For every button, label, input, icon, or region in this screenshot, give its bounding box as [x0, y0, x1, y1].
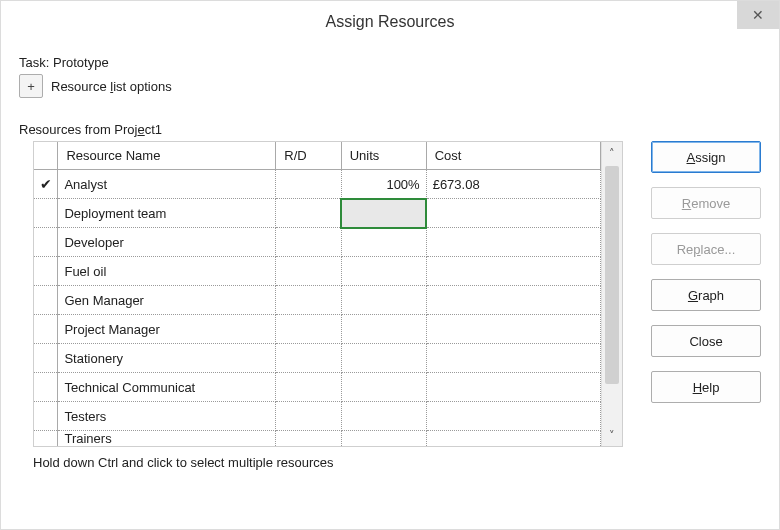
- cell-units[interactable]: [341, 344, 426, 373]
- titlebar: Assign Resources ✕: [1, 1, 779, 43]
- table-row[interactable]: Developer: [34, 228, 601, 257]
- cell-rd[interactable]: [276, 170, 341, 199]
- col-header-rd[interactable]: R/D: [276, 142, 341, 170]
- cell-units[interactable]: [341, 199, 426, 228]
- cell-resource-name[interactable]: Technical Communicat: [58, 373, 276, 402]
- cell-rd[interactable]: [276, 286, 341, 315]
- cell-units[interactable]: [341, 228, 426, 257]
- cell-cost[interactable]: [426, 373, 600, 402]
- cell-cost[interactable]: [426, 286, 600, 315]
- cell-units[interactable]: 100%: [341, 170, 426, 199]
- table-row[interactable]: Trainers: [34, 431, 601, 447]
- col-header-name[interactable]: Resource Name: [58, 142, 276, 170]
- window-title: Assign Resources: [326, 13, 455, 31]
- cell-rd[interactable]: [276, 315, 341, 344]
- cell-resource-name[interactable]: Stationery: [58, 344, 276, 373]
- check-icon: ✔: [40, 177, 52, 191]
- cell-units[interactable]: [341, 431, 426, 447]
- table-row[interactable]: Deployment team: [34, 199, 601, 228]
- cell-units[interactable]: [341, 286, 426, 315]
- scroll-down-icon[interactable]: ˅: [602, 424, 622, 446]
- expand-options-button[interactable]: +: [19, 74, 43, 98]
- table-row[interactable]: Gen Manager: [34, 286, 601, 315]
- cell-rd[interactable]: [276, 373, 341, 402]
- scroll-thumb[interactable]: [605, 166, 619, 384]
- table-row[interactable]: Technical Communicat: [34, 373, 601, 402]
- cell-rd[interactable]: [276, 344, 341, 373]
- multiselect-hint: Hold down Ctrl and click to select multi…: [33, 455, 623, 470]
- cell-units[interactable]: [341, 373, 426, 402]
- cell-rd[interactable]: [276, 431, 341, 447]
- cell-rd[interactable]: [276, 199, 341, 228]
- cell-rd[interactable]: [276, 402, 341, 431]
- row-check-cell[interactable]: ✔: [34, 170, 58, 199]
- replace-button: Replace...: [651, 233, 761, 265]
- cell-rd[interactable]: [276, 228, 341, 257]
- graph-button[interactable]: Graph: [651, 279, 761, 311]
- row-check-cell[interactable]: [34, 373, 58, 402]
- cell-cost[interactable]: [426, 228, 600, 257]
- cell-cost[interactable]: [426, 315, 600, 344]
- cell-resource-name[interactable]: Deployment team: [58, 199, 276, 228]
- cell-units[interactable]: [341, 402, 426, 431]
- button-column: Assign Remove Replace... Graph Close Hel…: [651, 141, 761, 403]
- cell-cost[interactable]: [426, 257, 600, 286]
- row-check-cell[interactable]: [34, 228, 58, 257]
- cell-cost[interactable]: [426, 402, 600, 431]
- row-check-cell[interactable]: [34, 199, 58, 228]
- assign-resources-dialog: Assign Resources ✕ Task: Prototype + Res…: [0, 0, 780, 530]
- cell-units[interactable]: [341, 257, 426, 286]
- col-header-check[interactable]: [34, 142, 58, 170]
- remove-button: Remove: [651, 187, 761, 219]
- cell-rd[interactable]: [276, 257, 341, 286]
- row-check-cell[interactable]: [34, 402, 58, 431]
- cell-resource-name[interactable]: Gen Manager: [58, 286, 276, 315]
- task-label: Task: Prototype: [19, 55, 761, 70]
- dialog-content: Task: Prototype + Resource list options …: [1, 43, 779, 480]
- resource-list-options-row: + Resource list options: [19, 74, 761, 98]
- row-check-cell[interactable]: [34, 257, 58, 286]
- cell-resource-name[interactable]: Project Manager: [58, 315, 276, 344]
- table-header-row: Resource Name R/D Units Cost: [34, 142, 601, 170]
- cell-resource-name[interactable]: Testers: [58, 402, 276, 431]
- cell-resource-name[interactable]: Trainers: [58, 431, 276, 447]
- resource-list-options-label[interactable]: Resource list options: [51, 79, 172, 94]
- table-row[interactable]: Fuel oil: [34, 257, 601, 286]
- cell-cost[interactable]: [426, 199, 600, 228]
- plus-icon: +: [27, 79, 35, 94]
- cell-cost[interactable]: £673.08: [426, 170, 600, 199]
- col-header-cost[interactable]: Cost: [426, 142, 600, 170]
- cell-resource-name[interactable]: Fuel oil: [58, 257, 276, 286]
- table-row[interactable]: Testers: [34, 402, 601, 431]
- resource-table: Resource Name R/D Units Cost ✔Analyst100…: [34, 142, 601, 446]
- table-row[interactable]: Project Manager: [34, 315, 601, 344]
- resource-grid-wrap: Resource Name R/D Units Cost ✔Analyst100…: [19, 141, 623, 470]
- col-header-units[interactable]: Units: [341, 142, 426, 170]
- scroll-up-icon[interactable]: ˄: [602, 142, 622, 164]
- table-row[interactable]: Stationery: [34, 344, 601, 373]
- close-button[interactable]: Close: [651, 325, 761, 357]
- close-icon[interactable]: ✕: [737, 1, 779, 29]
- row-check-cell[interactable]: [34, 315, 58, 344]
- help-button[interactable]: Help: [651, 371, 761, 403]
- cell-resource-name[interactable]: Analyst: [58, 170, 276, 199]
- cell-cost[interactable]: [426, 431, 600, 447]
- cell-resource-name[interactable]: Developer: [58, 228, 276, 257]
- resource-grid[interactable]: Resource Name R/D Units Cost ✔Analyst100…: [33, 141, 623, 447]
- table-row[interactable]: ✔Analyst100%£673.08: [34, 170, 601, 199]
- resources-from-label: Resources from Project1: [19, 122, 761, 137]
- vertical-scrollbar[interactable]: ˄ ˅: [601, 142, 622, 446]
- row-check-cell[interactable]: [34, 286, 58, 315]
- cell-units[interactable]: [341, 315, 426, 344]
- cell-cost[interactable]: [426, 344, 600, 373]
- row-check-cell[interactable]: [34, 431, 58, 447]
- assign-button[interactable]: Assign: [651, 141, 761, 173]
- work-area: Resource Name R/D Units Cost ✔Analyst100…: [19, 141, 761, 470]
- row-check-cell[interactable]: [34, 344, 58, 373]
